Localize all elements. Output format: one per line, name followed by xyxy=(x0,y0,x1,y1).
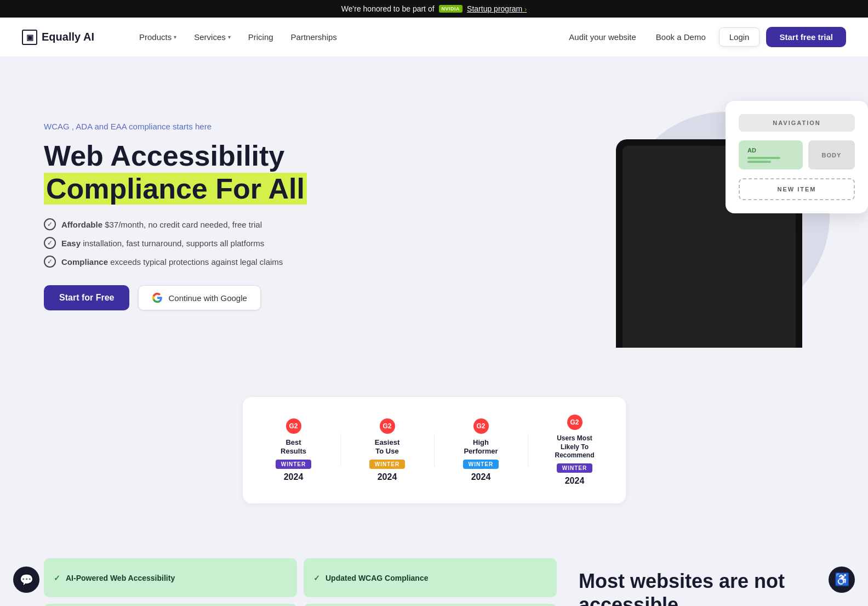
award-badge-high-performer: G2 HighPerformer WINTER 2024 xyxy=(456,418,506,483)
start-free-button[interactable]: Start for Free xyxy=(44,285,129,310)
hero-section: WCAG , ADA and EAA compliance starts her… xyxy=(0,57,868,375)
login-button[interactable]: Login xyxy=(719,27,760,47)
hero-accessibility-card: NAVIGATION AD BODY NEW ITEM xyxy=(726,101,868,213)
hero-title: Web Accessibility Compliance For All xyxy=(44,140,307,206)
checkmark-icon: ✓ xyxy=(44,218,56,230)
award-year: 2024 xyxy=(565,476,585,486)
feature-tile-ai: ✓ AI-Powered Web Accessibility xyxy=(44,558,297,598)
feature-tile-monitoring: ✓ Continuous Monitoring and Refining xyxy=(304,604,557,606)
award-title: EasiestTo Use xyxy=(375,438,400,457)
award-year: 2024 xyxy=(284,472,304,482)
checkmark-icon: ✓ xyxy=(44,256,56,268)
logo-icon: ▣ xyxy=(22,30,37,45)
banner-text: We're honored to be part of xyxy=(341,4,435,13)
audit-website-link[interactable]: Audit your website xyxy=(562,28,643,46)
nvidia-badge: NVIDIA xyxy=(439,5,463,13)
nav-item-services[interactable]: Services ▾ xyxy=(186,28,238,46)
header: ▣ Equally AI Products ▾ Services ▾ Prici… xyxy=(0,18,868,57)
hero-features: ✓ Affordable $37/month, no credit card n… xyxy=(44,218,307,268)
hero-card-nav-label: NAVIGATION xyxy=(739,114,855,132)
hero-cta: Start for Free Continue with Google xyxy=(44,285,307,310)
award-divider xyxy=(528,434,528,467)
accessibility-widget[interactable]: ♿ xyxy=(829,567,855,593)
nav-item-pricing[interactable]: Pricing xyxy=(241,28,281,46)
award-ribbon: WINTER xyxy=(369,460,405,469)
g2-icon: G2 xyxy=(286,418,301,434)
checkmark-icon: ✓ xyxy=(54,574,60,582)
hero-feature-compliance: ✓ Compliance exceeds typical protections… xyxy=(44,256,307,268)
award-badge-recommend: G2 Users MostLikely ToRecommend WINTER 2… xyxy=(550,415,599,486)
hero-card-body: BODY xyxy=(808,140,855,169)
awards-section: G2 BestResults WINTER 2024 G2 EasiestTo … xyxy=(0,375,868,536)
award-badge-best-results: G2 BestResults WINTER 2024 xyxy=(269,418,318,483)
features-tiles-grid: ✓ AI-Powered Web Accessibility ✓ Updated… xyxy=(44,558,557,606)
award-ribbon: WINTER xyxy=(276,460,311,469)
g2-icon: G2 xyxy=(380,418,395,434)
award-ribbon: WINTER xyxy=(463,460,499,469)
book-demo-link[interactable]: Book a Demo xyxy=(649,28,712,46)
chat-widget[interactable]: 💬 xyxy=(13,567,39,593)
hero-subtitle: WCAG , ADA and EAA compliance starts her… xyxy=(44,122,307,131)
award-ribbon: WINTER xyxy=(557,463,592,473)
features-right-title: Most websites are not accessible. xyxy=(579,569,824,606)
g2-icon: G2 xyxy=(473,418,489,434)
hero-card-new-item: NEW ITEM xyxy=(739,178,855,200)
award-year: 2024 xyxy=(471,472,491,482)
award-title: BestResults xyxy=(281,438,306,457)
chevron-down-icon: ▾ xyxy=(228,34,231,40)
top-banner: We're honored to be part of NVIDIA Start… xyxy=(0,0,868,18)
nav-item-partnerships[interactable]: Partnerships xyxy=(283,28,345,46)
hero-feature-affordable: ✓ Affordable $37/month, no credit card n… xyxy=(44,218,307,230)
award-title: HighPerformer xyxy=(464,438,498,457)
banner-arrow-icon: › xyxy=(524,5,527,13)
features-section: ✓ AI-Powered Web Accessibility ✓ Updated… xyxy=(0,536,868,606)
banner-program[interactable]: Startup program › xyxy=(467,4,527,13)
chevron-down-icon: ▾ xyxy=(174,34,176,40)
nav-item-products[interactable]: Products ▾ xyxy=(132,28,184,46)
main-nav: Products ▾ Services ▾ Pricing Partnershi… xyxy=(132,28,562,46)
award-title: Users MostLikely ToRecommend xyxy=(555,434,594,460)
award-divider xyxy=(340,434,341,467)
award-divider xyxy=(434,434,435,467)
feature-tile-install: ✓ Easy 2-Minutes Installation xyxy=(44,604,297,606)
nvidia-logo: NVIDIA xyxy=(439,5,463,13)
chat-icon: 💬 xyxy=(20,573,33,586)
checkmark-icon: ✓ xyxy=(313,574,320,582)
logo-text: Equally AI xyxy=(42,31,94,43)
hero-content: WCAG , ADA and EAA compliance starts her… xyxy=(44,122,307,311)
award-year: 2024 xyxy=(378,472,397,482)
google-icon xyxy=(152,292,163,303)
start-trial-button[interactable]: Start free trial xyxy=(766,27,846,47)
hero-visual: NAVIGATION AD BODY NEW ITEM xyxy=(583,84,868,348)
checkmark-icon: ✓ xyxy=(44,237,56,249)
hero-feature-easy: ✓ Easy installation, fast turnaround, su… xyxy=(44,237,307,249)
awards-container: G2 BestResults WINTER 2024 G2 EasiestTo … xyxy=(243,397,626,503)
nav-right: Audit your website Book a Demo Login Sta… xyxy=(562,27,846,47)
feature-tile-wcag: ✓ Updated WCAG Compliance xyxy=(304,558,557,598)
hero-card-row: AD BODY xyxy=(739,140,855,169)
hero-card-ad: AD xyxy=(739,140,803,169)
continue-with-google-button[interactable]: Continue with Google xyxy=(138,285,260,310)
award-badge-easiest: G2 EasiestTo Use WINTER 2024 xyxy=(363,418,412,483)
hero-title-highlight: Compliance For All xyxy=(44,173,307,205)
accessibility-icon: ♿ xyxy=(835,573,849,587)
logo[interactable]: ▣ Equally AI xyxy=(22,30,110,45)
features-right-content: Most websites are not accessible. There … xyxy=(579,558,824,606)
g2-icon: G2 xyxy=(567,415,583,430)
